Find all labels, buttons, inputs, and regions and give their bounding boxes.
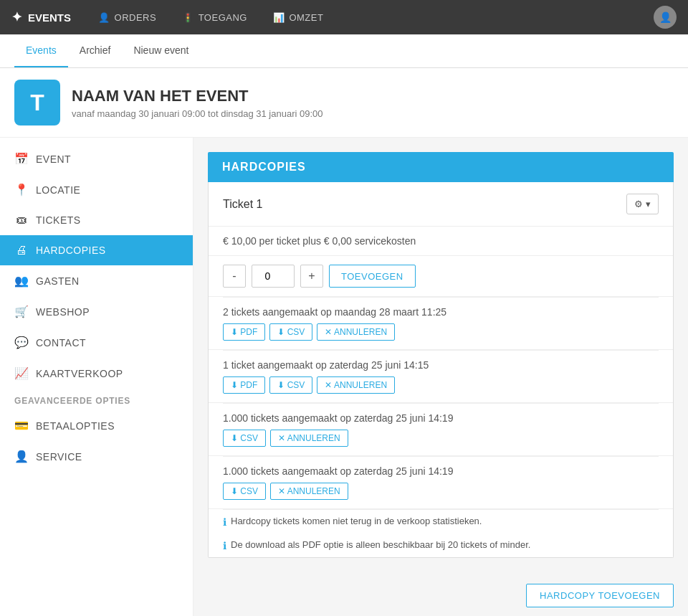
batch-annuleren-btn-2[interactable]: ✕ ANNULEREN bbox=[270, 430, 348, 447]
locatie-icon: 📍 bbox=[14, 183, 29, 196]
betaalopties-icon: 💳 bbox=[14, 419, 29, 432]
batch-csv-btn-2[interactable]: ⬇ CSV bbox=[223, 430, 266, 447]
event-logo: T bbox=[14, 80, 60, 125]
page-layout: 📅 EVENT 📍 LOCATIE 🎟 TICKETS 🖨 HARDCOPIES… bbox=[0, 138, 688, 616]
main-content: HARDCOPIES Ticket 1 ⚙ ▾ € 10,00 per tick… bbox=[194, 138, 688, 616]
sidebar-label-webshop: WEBSHOP bbox=[36, 306, 90, 318]
sidebar-item-betaalopties[interactable]: 💳 BETAALOPTIES bbox=[0, 410, 193, 441]
batch-info-1: 1 ticket aangemaakt op zaterdag 25 juni … bbox=[223, 359, 659, 371]
top-navigation: ✦ EVENTS 👤 ORDERS 🚦 TOEGANG 📊 OMZET 👤 bbox=[0, 0, 688, 34]
sidebar-item-gasten[interactable]: 👥 GASTEN bbox=[0, 265, 193, 296]
omzet-icon: 📊 bbox=[273, 12, 285, 23]
sidebar-item-kaartverkoop[interactable]: 📈 KAARTVERKOOP bbox=[0, 358, 193, 389]
section-header: HARDCOPIES bbox=[208, 152, 674, 182]
batch-csv-btn-3[interactable]: ⬇ CSV bbox=[223, 483, 266, 500]
batch-info-0: 2 tickets aangemaakt op maandag 28 maart… bbox=[223, 306, 659, 318]
hardcopy-toevoegen-button[interactable]: HARDCOPY TOEVOEGEN bbox=[526, 584, 674, 607]
batch-annuleren-btn-0[interactable]: ✕ ANNULEREN bbox=[317, 323, 395, 341]
ticket-settings-button[interactable]: ⚙ ▾ bbox=[626, 194, 659, 214]
footer-row: HARDCOPY TOEVOEGEN bbox=[208, 572, 674, 616]
orders-icon: 👤 bbox=[98, 12, 110, 23]
event-icon: 📅 bbox=[14, 152, 29, 166]
event-title: NAAM VAN HET EVENT bbox=[72, 87, 323, 105]
contact-icon: 💬 bbox=[14, 336, 29, 349]
subnav-archief[interactable]: Archief bbox=[68, 34, 123, 67]
batch-pdf-btn-1[interactable]: ⬇ PDF bbox=[223, 376, 265, 394]
sidebar-item-event[interactable]: 📅 EVENT bbox=[0, 143, 193, 174]
brand-label: EVENTS bbox=[28, 11, 71, 24]
ticket-card: Ticket 1 ⚙ ▾ € 10,00 per ticket plus € 0… bbox=[208, 182, 674, 558]
omzet-label: OMZET bbox=[289, 12, 323, 23]
batch-annuleren-btn-3[interactable]: ✕ ANNULEREN bbox=[270, 483, 348, 500]
sidebar: 📅 EVENT 📍 LOCATIE 🎟 TICKETS 🖨 HARDCOPIES… bbox=[0, 138, 194, 616]
event-header: T NAAM VAN HET EVENT vanaf maandag 30 ja… bbox=[0, 68, 688, 138]
sidebar-item-webshop[interactable]: 🛒 WEBSHOP bbox=[0, 296, 193, 327]
info-note-0: ℹ Hardcopy tickets komen niet terug in d… bbox=[209, 510, 673, 534]
batch-row-1: 1 ticket aangemaakt op zaterdag 25 juni … bbox=[209, 351, 673, 403]
batch-row-3: 1.000 tickets aangemaakt op zaterdag 25 … bbox=[209, 457, 673, 509]
advanced-section-title: GEAVANCEERDE OPTIES bbox=[0, 389, 193, 410]
gear-icon: ⚙ bbox=[634, 199, 643, 209]
nav-omzet[interactable]: 📊 OMZET bbox=[263, 8, 334, 27]
avatar-icon: 👤 bbox=[659, 11, 672, 23]
quantity-row: - + TOEVOEGEN bbox=[209, 256, 673, 297]
event-info: NAAM VAN HET EVENT vanaf maandag 30 janu… bbox=[72, 87, 323, 119]
event-date: vanaf maandag 30 januari 09:00 tot dinsd… bbox=[72, 108, 323, 119]
quantity-plus-button[interactable]: + bbox=[300, 265, 323, 288]
batch-annuleren-btn-1[interactable]: ✕ ANNULEREN bbox=[317, 376, 395, 394]
sidebar-label-hardcopies: HARDCOPIES bbox=[36, 245, 106, 256]
sidebar-item-hardcopies[interactable]: 🖨 HARDCOPIES bbox=[0, 235, 193, 265]
webshop-icon: 🛒 bbox=[14, 305, 29, 318]
sidebar-label-gasten: GASTEN bbox=[36, 275, 80, 287]
batch-actions-0: ⬇ PDF ⬇ CSV ✕ ANNULEREN bbox=[223, 323, 659, 341]
nav-toegang[interactable]: 🚦 TOEGANG bbox=[172, 8, 257, 27]
kaartverkoop-icon: 📈 bbox=[14, 366, 29, 380]
subnav-events[interactable]: Events bbox=[14, 34, 68, 67]
user-avatar[interactable]: 👤 bbox=[654, 6, 677, 29]
sidebar-item-service[interactable]: 👤 SERVICE bbox=[0, 441, 193, 472]
nav-orders[interactable]: 👤 ORDERS bbox=[88, 8, 166, 27]
info-icon-1: ℹ bbox=[223, 540, 226, 551]
orders-label: ORDERS bbox=[115, 12, 157, 23]
batch-actions-3: ⬇ CSV ✕ ANNULEREN bbox=[223, 483, 659, 500]
sidebar-label-event: EVENT bbox=[36, 153, 71, 165]
quantity-minus-button[interactable]: - bbox=[223, 265, 246, 288]
ticket-card-header: Ticket 1 ⚙ ▾ bbox=[209, 182, 673, 227]
info-text-0: Hardcopy tickets komen niet terug in de … bbox=[231, 516, 482, 526]
info-text-1: De download als PDF optie is alleen besc… bbox=[231, 539, 530, 550]
tickets-icon: 🎟 bbox=[14, 214, 29, 227]
batch-row-0: 2 tickets aangemaakt op maandag 28 maart… bbox=[209, 298, 673, 350]
batch-csv-btn-1[interactable]: ⬇ CSV bbox=[269, 376, 312, 394]
batch-info-2: 1.000 tickets aangemaakt op zaterdag 25 … bbox=[223, 412, 659, 424]
toegang-label: TOEGANG bbox=[199, 12, 247, 23]
chevron-down-icon: ▾ bbox=[646, 199, 651, 209]
batch-csv-btn-0[interactable]: ⬇ CSV bbox=[269, 323, 312, 341]
subnav-nieuw-event[interactable]: Nieuw event bbox=[122, 34, 200, 67]
brand-icon: ✦ bbox=[11, 9, 22, 25]
info-icon-0: ℹ bbox=[223, 516, 226, 528]
brand-logo[interactable]: ✦ EVENTS bbox=[11, 9, 71, 25]
service-icon: 👤 bbox=[14, 450, 29, 463]
add-button[interactable]: TOEVOEGEN bbox=[329, 265, 416, 288]
batch-actions-1: ⬇ PDF ⬇ CSV ✕ ANNULEREN bbox=[223, 376, 659, 394]
sidebar-label-locatie: LOCATIE bbox=[36, 184, 80, 196]
sub-navigation: Events Archief Nieuw event bbox=[0, 34, 688, 68]
sidebar-label-contact: CONTACT bbox=[36, 337, 86, 349]
sidebar-item-tickets[interactable]: 🎟 TICKETS bbox=[0, 205, 193, 235]
sidebar-item-contact[interactable]: 💬 CONTACT bbox=[0, 327, 193, 358]
hardcopies-icon: 🖨 bbox=[14, 244, 29, 257]
ticket-name: Ticket 1 bbox=[223, 198, 262, 211]
sidebar-label-service: SERVICE bbox=[36, 451, 82, 463]
quantity-input[interactable] bbox=[252, 265, 295, 288]
sidebar-item-locatie[interactable]: 📍 LOCATIE bbox=[0, 174, 193, 205]
info-note-1: ℹ De download als PDF optie is alleen be… bbox=[209, 534, 673, 557]
sidebar-label-kaartverkoop: KAARTVERKOOP bbox=[36, 368, 123, 379]
ticket-price: € 10,00 per ticket plus € 0,00 serviceko… bbox=[209, 227, 673, 256]
sidebar-label-tickets: TICKETS bbox=[36, 214, 81, 226]
toegang-icon: 🚦 bbox=[182, 12, 194, 23]
batch-row-2: 1.000 tickets aangemaakt op zaterdag 25 … bbox=[209, 404, 673, 456]
sidebar-label-betaalopties: BETAALOPTIES bbox=[36, 420, 115, 432]
batch-pdf-btn-0[interactable]: ⬇ PDF bbox=[223, 323, 265, 341]
gasten-icon: 👥 bbox=[14, 274, 29, 288]
batch-info-3: 1.000 tickets aangemaakt op zaterdag 25 … bbox=[223, 465, 659, 477]
